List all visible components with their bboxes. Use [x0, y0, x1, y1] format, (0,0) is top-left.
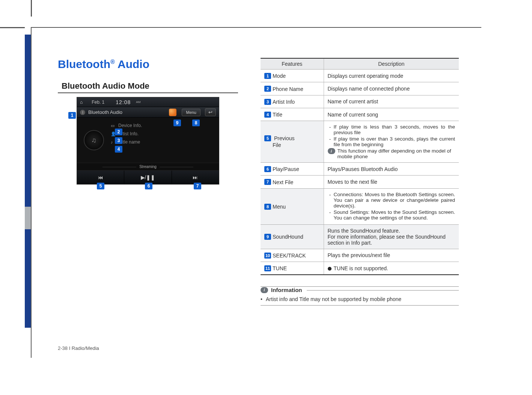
table-row: 2Phone Name Displays name of connected p… [261, 82, 459, 95]
feat-desc: Moves to the next file [324, 176, 459, 188]
bullet: If play time is over than 3 seconds, pla… [329, 136, 455, 147]
title-main: Bluetooth [58, 58, 110, 70]
desc-line: For more information, please see the Sou… [328, 234, 455, 246]
callout-6: 6 [145, 183, 152, 189]
callout-3: 3 [115, 137, 122, 144]
num-badge: 5 [264, 135, 271, 141]
device-screenshot: ⌂ Feb. 1 12:08 AM ᛒ Bluetooth Audio Menu… [77, 97, 219, 185]
table-row: 6Play/Pause Plays/Pauses Bluetooth Audio [261, 163, 459, 176]
feat-label: Title [273, 112, 282, 118]
callout-5: 5 [97, 183, 104, 189]
row-artist: 👤 Artist Info. [111, 131, 219, 136]
feat-desc: Runs the SoundHound feature. For more in… [324, 224, 459, 249]
screenshot-wrap: 1 2 3 4 5 6 7 8 9 ⌂ Feb. 1 12:08 AM [58, 97, 238, 185]
info-note-text: This function may differ depending on th… [338, 148, 455, 159]
feat-desc: Name of current song [324, 108, 459, 121]
feat-label: Previous [274, 135, 294, 141]
num-badge: 6 [264, 166, 271, 172]
bluetooth-icon: ᛒ [80, 110, 85, 115]
feat-desc: Plays/Pauses Bluetooth Audio [324, 163, 459, 176]
shot-time: 12:08 [116, 99, 131, 105]
callout-8: 8 [192, 120, 200, 126]
section-tab-blue [25, 35, 31, 328]
album-art: ♫ [77, 118, 111, 163]
dot-icon [328, 267, 332, 271]
callout-1: 1 [68, 112, 76, 119]
feat-desc: Connections: Moves to the Bluetooth Sett… [324, 188, 459, 224]
num-badge: 2 [264, 86, 271, 92]
desc-line: Runs the SoundHound feature. [328, 228, 455, 234]
feat-desc: If play time is less than 3 seconds, mov… [324, 121, 459, 163]
feat-label: TUNE [273, 265, 287, 271]
table-row: 11TUNE TUNE is not supported. [261, 262, 459, 275]
title-suffix: Audio [115, 58, 149, 70]
feat-label: SoundHound [273, 234, 303, 240]
mode-label: Bluetooth Audio [88, 109, 166, 115]
th-features: Features [261, 58, 324, 70]
num-badge: 3 [264, 99, 271, 105]
feat-desc: TUNE is not supported. [324, 262, 459, 275]
callout-4: 4 [115, 146, 122, 153]
bullet: If play time is less than 3 seconds, mov… [329, 124, 455, 135]
prev-button[interactable]: ⏮ [77, 171, 124, 184]
bullet: Connections: Moves to the Bluetooth Sett… [329, 192, 455, 209]
table-row: 10SEEK/TRACK Plays the previous/next fil… [261, 249, 459, 262]
reg-mark: ® [110, 59, 115, 65]
note-icon: ♫ [84, 130, 104, 150]
row-device: ▭ Device Info. [111, 123, 219, 128]
table-row: 8Menu Connections: Moves to the Bluetoot… [261, 188, 459, 224]
home-icon[interactable]: ⌂ [80, 100, 83, 105]
crop-mark-vertical [31, 0, 32, 17]
play-pause-button[interactable]: ▶/❚❚ [124, 171, 172, 184]
next-button[interactable]: ⏭ [172, 171, 219, 184]
th-description: Description [324, 58, 459, 70]
table-row: 4Title Name of current song [261, 108, 459, 121]
features-table: Features Description 1Mode Displays curr… [261, 58, 459, 275]
soundhound-icon[interactable] [169, 109, 176, 116]
feat-label: Phone Name [273, 86, 303, 92]
table-row: 9SoundHound Runs the SoundHound feature.… [261, 224, 459, 249]
section-tab-grey [25, 207, 31, 229]
shot-date: Feb. 1 [92, 100, 104, 105]
page-title: Bluetooth® Audio [58, 58, 238, 71]
device-info-text: Device Info. [118, 123, 142, 128]
table-row: 1Mode Displays current operating mode [261, 70, 459, 82]
num-badge: 10 [264, 253, 271, 259]
info-bullets: Artist info and Title may not be support… [261, 296, 459, 306]
num-badge: 9 [264, 234, 271, 240]
callout-9: 9 [173, 120, 181, 126]
bullet: Sound Settings: Moves to the Sound Setti… [329, 209, 455, 221]
table-header-row: Features Description [261, 58, 459, 70]
left-column: Bluetooth® Audio Bluetooth Audio Mode 1 … [58, 58, 238, 306]
feat-desc: Name of current artist [324, 95, 459, 108]
tune-desc: TUNE is not supported. [334, 265, 389, 271]
feat-label: Next File [273, 179, 293, 185]
feat-label: Menu [273, 204, 286, 210]
feat-label: SEEK/TRACK [273, 253, 306, 259]
back-button[interactable]: ↩ [205, 108, 216, 116]
information-block: i Information Artist info and Title may … [261, 286, 459, 306]
num-badge: 11 [264, 265, 271, 271]
feat-desc: Displays name of connected phone [324, 82, 459, 95]
table-row: 3Artist Info Name of current artist [261, 95, 459, 108]
num-badge: 1 [264, 73, 271, 79]
table-row: 5 Previous File If play time is less tha… [261, 121, 459, 163]
info-bullet: Artist info and Title may not be support… [261, 296, 459, 302]
shot-ampm: AM [136, 100, 140, 104]
streaming-label: Streaming [77, 163, 219, 171]
num-badge: 8 [264, 204, 271, 210]
menu-button[interactable]: Menu [182, 109, 200, 116]
num-badge: 7 [264, 179, 271, 185]
info-heading-text: Information [271, 287, 302, 293]
shot-modebar: ᛒ Bluetooth Audio Menu ↩ [77, 107, 219, 118]
row-title: ♪ Tiltle name [111, 139, 219, 145]
feat-label: Mode [273, 73, 286, 79]
feat-desc: Plays the previous/next file [324, 249, 459, 262]
feat-label: Artist Info [273, 99, 295, 105]
feat-label-2: File [273, 142, 320, 148]
page-number: 2-38 I Radio/Media [58, 345, 99, 351]
feat-label: Play/Pause [273, 166, 299, 172]
num-badge: 4 [264, 112, 271, 118]
shot-topbar: ⌂ Feb. 1 12:08 AM [77, 97, 219, 107]
feat-desc: Displays current operating mode [324, 70, 459, 82]
